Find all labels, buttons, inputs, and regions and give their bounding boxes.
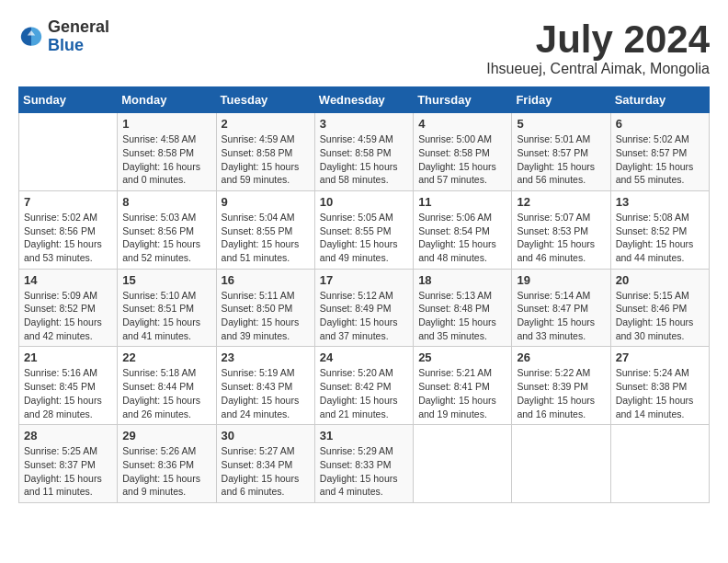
calendar-cell [610, 425, 709, 503]
day-info: Sunrise: 5:15 AM Sunset: 8:46 PM Dayligh… [616, 289, 704, 343]
day-number: 24 [320, 350, 408, 364]
calendar-cell: 25Sunrise: 5:21 AM Sunset: 8:41 PM Dayli… [414, 347, 512, 425]
calendar-cell: 18Sunrise: 5:13 AM Sunset: 8:48 PM Dayli… [414, 269, 512, 347]
calendar-cell: 16Sunrise: 5:11 AM Sunset: 8:50 PM Dayli… [216, 269, 314, 347]
day-number: 11 [418, 195, 506, 209]
calendar-cell: 14Sunrise: 5:09 AM Sunset: 8:52 PM Dayli… [19, 269, 118, 347]
calendar-cell: 11Sunrise: 5:06 AM Sunset: 8:54 PM Dayli… [414, 190, 512, 269]
calendar-cell: 21Sunrise: 5:16 AM Sunset: 8:45 PM Dayli… [19, 347, 118, 425]
header-sunday: Sunday [19, 87, 118, 113]
calendar-cell: 22Sunrise: 5:18 AM Sunset: 8:44 PM Dayli… [118, 347, 216, 425]
day-info: Sunrise: 5:25 AM Sunset: 8:37 PM Dayligh… [24, 444, 112, 499]
day-info: Sunrise: 5:09 AM Sunset: 8:52 PM Dayligh… [24, 289, 112, 343]
logo-icon [18, 24, 44, 50]
day-info: Sunrise: 5:07 AM Sunset: 8:53 PM Dayligh… [517, 211, 605, 265]
day-number: 6 [616, 117, 704, 131]
day-info: Sunrise: 5:10 AM Sunset: 8:51 PM Dayligh… [122, 289, 210, 343]
calendar-cell: 5Sunrise: 5:01 AM Sunset: 8:57 PM Daylig… [512, 113, 610, 191]
calendar-week-row: 7Sunrise: 5:02 AM Sunset: 8:56 PM Daylig… [19, 190, 710, 269]
calendar-cell: 30Sunrise: 5:27 AM Sunset: 8:34 PM Dayli… [216, 425, 314, 503]
day-info: Sunrise: 5:14 AM Sunset: 8:47 PM Dayligh… [517, 289, 605, 343]
day-number: 18 [418, 273, 506, 287]
day-info: Sunrise: 5:21 AM Sunset: 8:41 PM Dayligh… [418, 366, 506, 420]
day-number: 26 [517, 350, 605, 364]
day-number: 19 [517, 273, 605, 287]
day-number: 12 [517, 195, 605, 209]
day-info: Sunrise: 5:12 AM Sunset: 8:49 PM Dayligh… [320, 289, 408, 343]
logo-text: General Blue [48, 18, 109, 55]
calendar-cell [19, 113, 118, 191]
day-number: 30 [222, 429, 310, 442]
logo-blue-text: Blue [48, 37, 109, 55]
calendar-header-row: SundayMondayTuesdayWednesdayThursdayFrid… [19, 87, 710, 113]
logo-general-text: General [48, 18, 109, 37]
day-number: 1 [122, 117, 210, 131]
day-info: Sunrise: 5:19 AM Sunset: 8:43 PM Dayligh… [222, 366, 310, 420]
day-info: Sunrise: 5:03 AM Sunset: 8:56 PM Dayligh… [122, 211, 210, 265]
calendar-week-row: 28Sunrise: 5:25 AM Sunset: 8:37 PM Dayli… [19, 425, 710, 503]
header-monday: Monday [118, 87, 216, 113]
day-info: Sunrise: 5:27 AM Sunset: 8:34 PM Dayligh… [222, 444, 310, 499]
day-info: Sunrise: 5:01 AM Sunset: 8:57 PM Dayligh… [517, 132, 605, 187]
calendar-cell [414, 425, 512, 503]
calendar-cell: 28Sunrise: 5:25 AM Sunset: 8:37 PM Dayli… [19, 425, 118, 503]
calendar-cell: 27Sunrise: 5:24 AM Sunset: 8:38 PM Dayli… [610, 347, 709, 425]
calendar-cell: 6Sunrise: 5:02 AM Sunset: 8:57 PM Daylig… [610, 113, 709, 191]
day-number: 10 [320, 195, 408, 209]
day-info: Sunrise: 5:22 AM Sunset: 8:39 PM Dayligh… [517, 366, 605, 420]
day-number: 23 [222, 350, 310, 364]
day-info: Sunrise: 5:04 AM Sunset: 8:55 PM Dayligh… [222, 211, 310, 265]
day-number: 16 [222, 273, 310, 287]
day-number: 22 [122, 350, 210, 364]
day-info: Sunrise: 5:08 AM Sunset: 8:52 PM Dayligh… [616, 211, 704, 265]
calendar-cell: 2Sunrise: 4:59 AM Sunset: 8:58 PM Daylig… [216, 113, 314, 191]
calendar-cell: 19Sunrise: 5:14 AM Sunset: 8:47 PM Dayli… [512, 269, 610, 347]
calendar-cell: 7Sunrise: 5:02 AM Sunset: 8:56 PM Daylig… [19, 190, 118, 269]
day-number: 5 [517, 117, 605, 131]
day-info: Sunrise: 5:05 AM Sunset: 8:55 PM Dayligh… [320, 211, 408, 265]
day-info: Sunrise: 5:18 AM Sunset: 8:44 PM Dayligh… [122, 366, 210, 420]
calendar-week-row: 14Sunrise: 5:09 AM Sunset: 8:52 PM Dayli… [19, 269, 710, 347]
calendar-cell [512, 425, 610, 503]
calendar-week-row: 1Sunrise: 4:58 AM Sunset: 8:58 PM Daylig… [19, 113, 710, 191]
calendar-cell: 17Sunrise: 5:12 AM Sunset: 8:49 PM Dayli… [314, 269, 413, 347]
day-number: 7 [24, 195, 112, 209]
day-info: Sunrise: 5:06 AM Sunset: 8:54 PM Dayligh… [418, 211, 506, 265]
day-number: 17 [320, 273, 408, 287]
day-info: Sunrise: 4:58 AM Sunset: 8:58 PM Dayligh… [122, 132, 210, 187]
day-info: Sunrise: 5:26 AM Sunset: 8:36 PM Dayligh… [122, 444, 210, 499]
calendar-cell: 24Sunrise: 5:20 AM Sunset: 8:42 PM Dayli… [314, 347, 413, 425]
title-block: July 2024 Ihsueuej, Central Aimak, Mongo… [486, 18, 710, 77]
day-info: Sunrise: 4:59 AM Sunset: 8:58 PM Dayligh… [222, 132, 310, 187]
calendar-table: SundayMondayTuesdayWednesdayThursdayFrid… [18, 86, 710, 503]
header-tuesday: Tuesday [216, 87, 314, 113]
day-number: 14 [24, 273, 112, 287]
calendar-cell: 20Sunrise: 5:15 AM Sunset: 8:46 PM Dayli… [610, 269, 709, 347]
calendar-week-row: 21Sunrise: 5:16 AM Sunset: 8:45 PM Dayli… [19, 347, 710, 425]
calendar-cell: 23Sunrise: 5:19 AM Sunset: 8:43 PM Dayli… [216, 347, 314, 425]
header-thursday: Thursday [414, 87, 512, 113]
calendar-cell: 29Sunrise: 5:26 AM Sunset: 8:36 PM Dayli… [118, 425, 216, 503]
calendar-cell: 12Sunrise: 5:07 AM Sunset: 8:53 PM Dayli… [512, 190, 610, 269]
header-wednesday: Wednesday [314, 87, 413, 113]
day-number: 31 [320, 429, 408, 442]
calendar-cell: 3Sunrise: 4:59 AM Sunset: 8:58 PM Daylig… [314, 113, 413, 191]
day-number: 13 [616, 195, 704, 209]
day-info: Sunrise: 5:24 AM Sunset: 8:38 PM Dayligh… [616, 366, 704, 420]
day-number: 21 [24, 350, 112, 364]
calendar-cell: 26Sunrise: 5:22 AM Sunset: 8:39 PM Dayli… [512, 347, 610, 425]
header-friday: Friday [512, 87, 610, 113]
calendar-cell: 4Sunrise: 5:00 AM Sunset: 8:58 PM Daylig… [414, 113, 512, 191]
day-number: 15 [122, 273, 210, 287]
month-title: July 2024 [486, 18, 710, 61]
day-number: 8 [122, 195, 210, 209]
location-title: Ihsueuej, Central Aimak, Mongolia [486, 61, 710, 77]
day-number: 25 [418, 350, 506, 364]
day-number: 28 [24, 429, 112, 442]
day-number: 3 [320, 117, 408, 131]
calendar-cell: 31Sunrise: 5:29 AM Sunset: 8:33 PM Dayli… [314, 425, 413, 503]
day-number: 4 [418, 117, 506, 131]
calendar-cell: 1Sunrise: 4:58 AM Sunset: 8:58 PM Daylig… [118, 113, 216, 191]
header-saturday: Saturday [610, 87, 709, 113]
day-info: Sunrise: 5:16 AM Sunset: 8:45 PM Dayligh… [24, 366, 112, 420]
